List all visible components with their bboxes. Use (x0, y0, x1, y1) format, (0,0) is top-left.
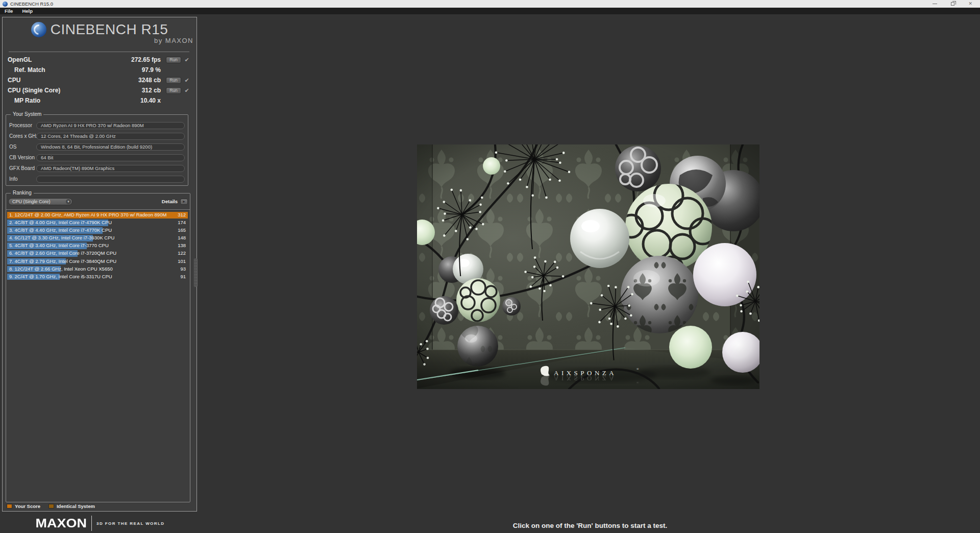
result-row: MP Ratio 10.40 x Run ✔ (8, 95, 191, 106)
ranking-row[interactable]: 1. 12C/24T @ 2.00 GHz, AMD Ryzen AI 9 HX… (7, 212, 188, 219)
dropdown-selected-value: CPU (Single Core) (12, 199, 66, 204)
render-preview: AIXSPONZA ® (417, 144, 760, 389)
system-field-input[interactable] (36, 176, 185, 183)
system-field-label: Processor (9, 123, 35, 128)
window-title: CINEBENCH R15.0 (10, 1, 53, 7)
system-field-row: CB Version (9, 152, 185, 163)
result-label: OpenGL (8, 56, 119, 63)
cinebench-logo: CINEBENCH R15 by MAXON (3, 21, 197, 44)
ranking-row-score: 122 (178, 250, 186, 257)
ranking-title: Ranking (11, 190, 34, 196)
details-button[interactable]: ▸ (180, 199, 188, 205)
divider (6, 209, 190, 210)
system-field-row: Processor (9, 120, 185, 131)
ranking-row-label: 4. 6C/12T @ 3.30 GHz, Intel Core i7-3930… (9, 235, 114, 241)
ranking-row[interactable]: 6. 4C/8T @ 2.60 GHz, Intel Core i7-3720Q… (7, 250, 188, 257)
system-field-input[interactable] (36, 154, 185, 161)
result-value: 3248 cb (119, 77, 165, 84)
maxon-logo: MAXON (36, 516, 87, 531)
logo-title: CINEBENCH R15 (51, 21, 168, 38)
result-label: CPU (8, 77, 119, 84)
legend-item: Identical System (48, 503, 95, 509)
system-field-input[interactable] (36, 122, 185, 129)
ranking-row-score: 312 (178, 212, 186, 219)
menu-item[interactable]: Help (17, 8, 37, 14)
run-button[interactable]: Run (166, 77, 181, 84)
logo-subtitle: by MAXON (3, 37, 197, 44)
system-field-row: Info (9, 174, 185, 184)
ranking-row-score: 174 (178, 220, 186, 226)
ranking-scrollbar[interactable] (194, 258, 198, 287)
ranking-row-label: 2. 4C/8T @ 4.00 GHz, Intel Core i7-4790K… (9, 220, 112, 226)
check-icon: ✔ (182, 57, 191, 63)
ranking-row-score: 91 (180, 274, 186, 280)
system-field-input[interactable] (36, 133, 185, 140)
result-value: 312 cb (119, 87, 165, 94)
run-button[interactable]: Run (166, 57, 181, 63)
legend-swatch (48, 504, 54, 508)
status-message: Click on one of the 'Run' buttons to sta… (200, 522, 980, 529)
ranking-row-score: 93 (180, 266, 186, 273)
ranking-row[interactable]: 9. 2C/4T @ 1.70 GHz, Intel Core i5-3317U… (7, 274, 188, 280)
system-field-row: OS (9, 141, 185, 152)
check-icon: ✔ (182, 77, 191, 84)
ranking-row-label: 3. 4C/8T @ 4.40 GHz, Intel Core i7-4770K… (9, 227, 112, 234)
ranking-row-label: 6. 4C/8T @ 2.60 GHz, Intel Core i7-3720Q… (9, 250, 116, 257)
ranking-row[interactable]: 3. 4C/8T @ 4.40 GHz, Intel Core i7-4770K… (7, 227, 188, 234)
ranking-group: Ranking CPU (Single Core) ▼ Details ▸ 1.… (6, 193, 190, 502)
result-label: CPU (Single Core) (8, 87, 119, 94)
divider (91, 516, 92, 531)
check-icon: ✔ (182, 87, 191, 94)
maxon-brand: MAXON 3D FOR THE REAL WORLD (0, 515, 200, 532)
result-value: 10.40 x (119, 97, 165, 104)
details-label: Details (162, 199, 178, 204)
system-field-label: Cores x GHz (9, 133, 35, 139)
render-scene: AIXSPONZA ® (417, 144, 760, 389)
run-button[interactable]: Run (166, 87, 181, 94)
result-value: 97.9 % (119, 66, 165, 74)
legend-label: Identical System (57, 503, 95, 509)
system-field-label: OS (9, 144, 35, 150)
restore-button[interactable] (951, 2, 954, 6)
ranking-row[interactable]: 4. 6C/12T @ 3.30 GHz, Intel Core i7-3930… (7, 235, 188, 241)
result-value: 272.65 fps (119, 56, 165, 63)
divider (9, 52, 189, 52)
result-row: Ref. Match 97.9 % Run ✔ (8, 65, 191, 75)
ranking-row[interactable]: 7. 4C/8T @ 2.79 GHz, Intel Core i7-3840Q… (7, 258, 188, 265)
system-field-label: CB Version (9, 155, 35, 160)
ranking-row[interactable]: 2. 4C/8T @ 4.00 GHz, Intel Core i7-4790K… (7, 220, 188, 226)
ranking-row-label: 9. 2C/4T @ 1.70 GHz, Intel Core i5-3317U… (9, 274, 112, 280)
close-button[interactable]: ✕ (968, 2, 972, 6)
minimize-button[interactable] (933, 4, 937, 4)
cinema4d-ball-icon (31, 22, 46, 37)
ranking-row-label: 7. 4C/8T @ 2.79 GHz, Intel Core i7-3840Q… (9, 258, 116, 265)
result-row: CPU 3248 cb Run ✔ (8, 75, 191, 85)
result-label: Ref. Match (8, 66, 119, 74)
legend-swatch (7, 504, 12, 508)
legend-label: Your Score (15, 503, 40, 509)
ranking-row-label: 1. 12C/24T @ 2.00 GHz, AMD Ryzen AI 9 HX… (9, 212, 166, 219)
ranking-row-score: 148 (178, 235, 186, 241)
ranking-row-score: 138 (178, 243, 186, 249)
results-list: OpenGL 272.65 fps Run ✔ Ref. Match 97.9 … (8, 55, 191, 106)
app-icon (3, 2, 8, 7)
system-field-label: Info (9, 176, 35, 182)
system-field-label: GFX Board (9, 165, 35, 171)
system-field-row: Cores x GHz (9, 131, 185, 141)
ranking-row[interactable]: 5. 4C/8T @ 3.40 GHz, Intel Core i7-3770 … (7, 243, 188, 249)
legend-item: Your Score (7, 503, 40, 509)
ranking-filter-dropdown[interactable]: CPU (Single Core) ▼ (8, 198, 72, 205)
ranking-row[interactable]: 8. 12C/24T @ 2.66 GHz, Intel Xeon CPU X5… (7, 266, 188, 273)
system-field-input[interactable] (36, 143, 185, 151)
result-row: CPU (Single Core) 312 cb Run ✔ (8, 85, 191, 95)
your-system-group: Your System Processor Cores x GHz OS (6, 114, 188, 186)
system-field-input[interactable] (36, 165, 185, 172)
title-bar: CINEBENCH R15.0 ✕ (0, 0, 980, 8)
menu-bar: File Help (0, 8, 980, 14)
menu-item[interactable]: File (0, 8, 17, 14)
ranking-row-label: 8. 12C/24T @ 2.66 GHz, Intel Xeon CPU X5… (9, 266, 113, 273)
maxon-tagline: 3D FOR THE REAL WORLD (96, 521, 164, 526)
ranking-row-score: 165 (178, 227, 186, 234)
benchmark-panel: CINEBENCH R15 by MAXON OpenGL 272.65 fps… (2, 17, 197, 512)
ranking-list: 1. 12C/24T @ 2.00 GHz, AMD Ryzen AI 9 HX… (7, 212, 188, 281)
